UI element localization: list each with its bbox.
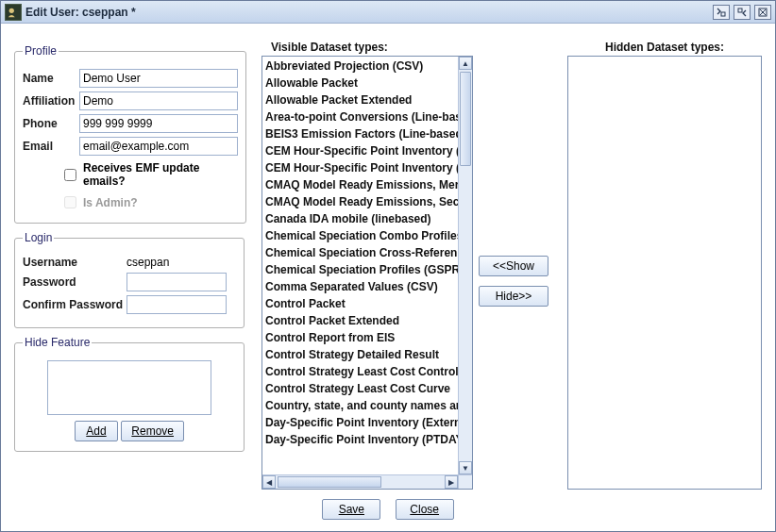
list-item[interactable]: BEIS3 Emission Factors (Line-based): [262, 125, 458, 141]
affiliation-input[interactable]: [79, 91, 238, 110]
login-legend: Login: [23, 231, 54, 244]
name-label: Name: [23, 72, 79, 85]
list-item[interactable]: Control Strategy Least Cost Curve: [262, 379, 458, 396]
confirm-password-label: Confirm Password: [23, 298, 127, 311]
list-item[interactable]: Canada IDA mobile (linebased): [262, 209, 458, 226]
phone-input[interactable]: [79, 114, 238, 133]
hide-button[interactable]: Hide>>: [479, 286, 548, 307]
list-item[interactable]: Chemical Speciation Cross-Reference: [262, 243, 458, 260]
svg-rect-1: [721, 12, 725, 16]
edit-user-window: Edit User: cseppan * Profile Name Affili…: [0, 0, 776, 532]
hidden-types-label: Hidden Dataset types:: [605, 41, 724, 54]
affiliation-label: Affiliation: [23, 94, 79, 108]
email-input[interactable]: [79, 137, 238, 156]
window-title: Edit User: cseppan *: [25, 6, 136, 19]
show-button[interactable]: <<Show: [479, 256, 548, 276]
scroll-up-icon[interactable]: ▲: [459, 57, 472, 70]
hide-feature-legend: Hide Feature: [23, 336, 92, 349]
email-label: Email: [23, 140, 79, 153]
receives-emails-checkbox[interactable]: [64, 169, 76, 181]
list-item[interactable]: Control Strategy Detailed Result: [262, 345, 458, 362]
list-item[interactable]: Abbreviated Projection (CSV): [262, 57, 458, 74]
list-item[interactable]: Day-Specific Point Inventory (External): [262, 413, 458, 430]
add-button[interactable]: Add: [75, 421, 118, 441]
hide-feature-panel: Hide Feature Add Remove: [14, 336, 245, 452]
is-admin-checkbox: [64, 196, 76, 208]
list-item[interactable]: CEM Hour-Specific Point Inventory (: [262, 141, 458, 158]
svg-point-0: [9, 8, 14, 12]
minimize-icon[interactable]: [713, 5, 730, 20]
list-item[interactable]: Area-to-point Conversions (Line-based): [262, 108, 458, 125]
scroll-down-icon[interactable]: ▼: [459, 461, 472, 474]
scroll-left-icon[interactable]: ◀: [262, 475, 276, 489]
save-button[interactable]: Save: [322, 499, 380, 520]
profile-legend: Profile: [23, 44, 59, 58]
list-item[interactable]: Chemical Speciation Combo Profiles: [262, 226, 458, 243]
list-item[interactable]: Country, state, and county names and: [262, 396, 458, 413]
scroll-right-icon[interactable]: ▶: [445, 475, 458, 489]
password-label: Password: [23, 275, 127, 289]
titlebar: Edit User: cseppan *: [1, 1, 775, 24]
confirm-password-input[interactable]: [127, 295, 227, 314]
list-item[interactable]: Control Strategy Least Cost Control: [262, 362, 458, 379]
svg-rect-2: [738, 8, 742, 12]
list-item[interactable]: CMAQ Model Ready Emissions, Sector: [262, 192, 458, 209]
password-input[interactable]: [127, 273, 227, 291]
list-item[interactable]: Control Report from EIS: [262, 328, 458, 345]
phone-label: Phone: [23, 117, 79, 130]
visible-list-hscrollbar[interactable]: ◀ ▶: [262, 474, 458, 489]
list-item[interactable]: Allowable Packet Extended: [262, 91, 458, 108]
visible-types-list[interactable]: Abbreviated Projection (CSV)Allowable Pa…: [261, 56, 473, 490]
maximize-icon[interactable]: [734, 5, 751, 20]
visible-list-vscrollbar[interactable]: ▲ ▼: [458, 57, 472, 474]
receives-emails-label: Receives EMF update emails?: [83, 161, 238, 188]
hide-feature-textarea[interactable]: [47, 360, 211, 415]
list-item[interactable]: CMAQ Model Ready Emissions, Merged: [262, 175, 458, 192]
list-item[interactable]: CEM Hour-Specific Point Inventory (: [262, 158, 458, 175]
remove-button[interactable]: Remove: [121, 421, 184, 441]
username-value: cseppan: [127, 256, 169, 269]
scroll-thumb-h[interactable]: [278, 476, 381, 488]
close-icon[interactable]: [754, 5, 771, 20]
profile-panel: Profile Name Affiliation Phone Email: [14, 44, 246, 224]
list-item[interactable]: Day-Specific Point Inventory (PTDAY): [262, 430, 458, 447]
scroll-corner: [458, 474, 472, 489]
username-label: Username: [23, 256, 127, 269]
list-item[interactable]: Allowable Packet: [262, 74, 458, 91]
hidden-types-list[interactable]: [567, 56, 762, 490]
app-icon: [5, 4, 22, 21]
is-admin-label: Is Admin?: [83, 196, 138, 209]
list-item[interactable]: Comma Separated Values (CSV): [262, 277, 458, 294]
login-panel: Login Username cseppan Password Confirm …: [14, 231, 245, 328]
close-button[interactable]: Close: [396, 499, 454, 520]
visible-types-label: Visible Dataset types:: [271, 41, 388, 54]
scroll-thumb[interactable]: [460, 72, 471, 166]
list-item[interactable]: Control Packet: [262, 294, 458, 311]
list-item[interactable]: Chemical Speciation Profiles (GSPRO): [262, 260, 458, 277]
name-input[interactable]: [79, 69, 238, 88]
list-item[interactable]: Control Packet Extended: [262, 311, 458, 328]
